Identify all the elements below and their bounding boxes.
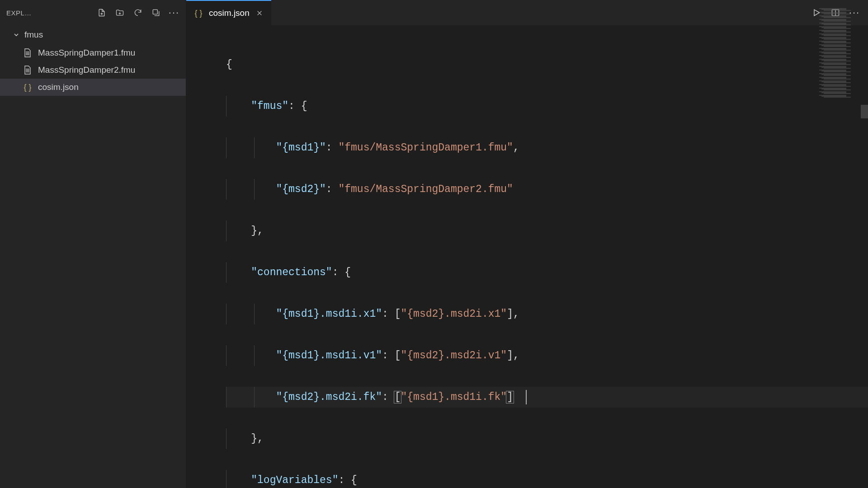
collapse-all-icon[interactable] [151,7,161,18]
explorer-title: EXPL… [6,9,96,17]
minimap[interactable] [810,8,860,99]
svg-rect-0 [153,9,157,14]
tab-cosim[interactable]: { } cosim.json [186,0,271,25]
new-folder-icon[interactable] [114,7,125,18]
file-name: MassSpringDamper2.fmu [38,65,135,75]
file-name: MassSpringDamper1.fmu [38,48,135,58]
explorer-header: EXPL… ··· [0,0,186,25]
file-tree: MassSpringDamper1.fmu MassSpringDamper2.… [0,44,186,488]
tab-title: cosim.json [209,8,250,18]
json-icon: { } [23,83,33,92]
code-editor[interactable]: { "fmus": { "{msd1}": "fmus/MassSpringDa… [186,25,868,488]
refresh-icon[interactable] [132,7,143,18]
text-cursor [526,390,527,404]
editor-pane: { } cosim.json ··· { "fmus": { "{msd1}":… [186,0,868,488]
file-item-msd2[interactable]: MassSpringDamper2.fmu [0,61,186,79]
close-icon[interactable] [255,9,264,18]
more-icon[interactable]: ··· [169,7,179,18]
file-item-msd1[interactable]: MassSpringDamper1.fmu [0,44,186,61]
tab-spacer [271,0,803,25]
json-icon: { } [193,9,203,18]
folder-label: fmus [24,30,43,40]
tab-bar: { } cosim.json ··· [186,0,868,25]
scrollbar-thumb[interactable] [861,105,868,118]
new-file-icon[interactable] [96,7,107,18]
explorer-sidebar: EXPL… ··· fmus MassSpringDamper1.fm [0,0,186,488]
folder-fmus[interactable]: fmus [0,25,186,44]
explorer-actions: ··· [96,7,179,18]
file-icon [23,48,33,57]
file-name: cosim.json [38,82,79,92]
file-item-cosim[interactable]: { } cosim.json [0,79,186,96]
file-icon [23,66,33,75]
